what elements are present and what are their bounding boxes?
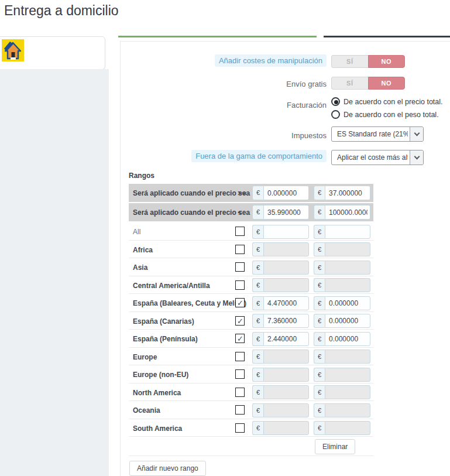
free-shipping-label: Envío gratis	[286, 80, 327, 88]
free-shipping-yes-button[interactable]: SÍ	[331, 77, 368, 90]
carrier-summary-card	[0, 36, 105, 70]
zone-price-1-input[interactable]	[263, 261, 309, 275]
handling-costs-no-button[interactable]: NO	[368, 55, 406, 68]
zone-row: España (Canarias) € €	[129, 312, 373, 330]
out-of-range-select-value: Aplicar el coste más alto de	[337, 150, 408, 165]
delete-range-row: Eliminar	[129, 437, 373, 456]
zone-price-2-input[interactable]	[325, 421, 370, 435]
zone-price-2-input[interactable]	[325, 385, 370, 399]
zone-row: España (Península) € €	[129, 330, 373, 348]
zone-price-2-input[interactable]	[325, 403, 370, 417]
zone-price-1-input[interactable]	[263, 278, 309, 292]
ranges-section: Rangos Será aplicado cuando el precio se…	[129, 172, 373, 476]
zone-price-1-input[interactable]	[263, 332, 309, 346]
billing-label-wrap: Facturación	[121, 100, 327, 110]
zone-price-2-input[interactable]	[325, 278, 370, 292]
zone-checkbox[interactable]	[235, 298, 245, 307]
currency-addon: €	[314, 368, 325, 382]
zone-name: España (Baleares, Ceuta y Melilla)	[133, 299, 246, 307]
tax-select-value: ES Standard rate (21%)	[337, 127, 408, 141]
progress-bar-inactive	[324, 36, 450, 37]
zone-row: España (Baleares, Ceuta y Melilla) € €	[129, 294, 373, 312]
page-title: Entrega a domicilio	[4, 3, 119, 19]
add-range-button[interactable]: Añadir nuevo rango	[129, 461, 206, 476]
zone-checkbox[interactable]	[235, 334, 245, 343]
zone-price-1-input[interactable]	[263, 296, 309, 310]
handling-costs-label: Añadir costes de manipulación	[215, 54, 327, 67]
zone-price-1-input[interactable]	[263, 314, 309, 328]
handling-costs-yes-button[interactable]: SÍ	[331, 55, 368, 68]
billing-option-weight-label: De acuerdo con el peso total.	[343, 111, 439, 119]
zone-price-1-input[interactable]	[263, 385, 309, 399]
currency-addon: €	[314, 278, 325, 292]
billing-option-weight[interactable]: De acuerdo con el peso total.	[331, 110, 439, 119]
zone-checkbox[interactable]	[235, 423, 245, 433]
zone-name: All	[133, 228, 140, 236]
zone-price-2-input[interactable]	[325, 261, 370, 275]
zone-name: Europe	[133, 353, 157, 361]
tax-select[interactable]: ES Standard rate (21%)	[331, 126, 424, 142]
currency-addon: €	[252, 296, 263, 310]
billing-radio[interactable]	[331, 97, 340, 106]
currency-addon: €	[252, 332, 263, 346]
zone-price-1-input[interactable]	[263, 242, 309, 256]
zone-name: Central America/Antilla	[133, 282, 210, 290]
zone-name: Asia	[133, 263, 147, 272]
currency-addon: €	[314, 242, 325, 256]
delete-range-button[interactable]: Eliminar	[315, 439, 355, 454]
zone-checkbox[interactable]	[235, 352, 245, 361]
zone-checkbox[interactable]	[235, 280, 245, 290]
zone-name: South America	[133, 424, 182, 433]
currency-addon: €	[252, 186, 263, 200]
zone-price-2-input[interactable]	[325, 368, 370, 382]
handling-costs-toggle: SÍ NO	[331, 55, 405, 68]
zone-price-2-input[interactable]	[325, 350, 370, 364]
currency-addon: €	[314, 350, 325, 364]
currency-addon: €	[314, 403, 325, 417]
tax-label-wrap: Impuestos	[121, 130, 327, 141]
currency-addon: €	[314, 385, 325, 399]
currency-addon: €	[314, 314, 325, 328]
billing-radio[interactable]	[331, 110, 340, 119]
range-operator: >=	[238, 189, 246, 197]
zone-row: All € €	[129, 222, 373, 241]
free-shipping-no-button[interactable]: NO	[368, 77, 406, 90]
out-of-range-select[interactable]: Aplicar el coste más alto de	[331, 150, 424, 165]
currency-addon: €	[252, 261, 263, 275]
currency-addon: €	[314, 296, 325, 310]
zone-price-1-input[interactable]	[263, 403, 309, 417]
zone-price-2-input[interactable]	[325, 296, 370, 310]
currency-addon: €	[252, 205, 263, 220]
zone-checkbox[interactable]	[235, 262, 245, 272]
zone-price-2-input[interactable]	[325, 225, 370, 239]
range-from-input-1[interactable]	[263, 186, 309, 200]
zone-price-1-input[interactable]	[263, 368, 309, 382]
zone-name: España (Península)	[133, 335, 198, 343]
zone-price-1-input[interactable]	[263, 421, 309, 435]
zone-checkbox[interactable]	[235, 227, 245, 236]
zone-price-2-input[interactable]	[325, 332, 370, 346]
chevron-down-icon	[410, 127, 423, 141]
range-to-input-2[interactable]	[325, 205, 370, 220]
zone-name: Europe (non-EU)	[133, 371, 188, 379]
billing-option-price[interactable]: De acuerdo con el precio total.	[331, 97, 443, 106]
zone-price-1-input[interactable]	[263, 350, 309, 364]
currency-addon: €	[252, 242, 263, 256]
sidebar-background	[0, 69, 109, 476]
zone-checkbox[interactable]	[235, 316, 245, 326]
zone-checkbox[interactable]	[235, 388, 245, 397]
zone-checkbox[interactable]	[235, 369, 245, 379]
range-from-input-2[interactable]	[325, 186, 370, 200]
zone-row: Africa € €	[129, 241, 373, 259]
range-to-input-1[interactable]	[263, 205, 309, 220]
zone-rows: All € € Africa € € Asia € €	[129, 222, 373, 437]
zone-price-2-input[interactable]	[325, 242, 370, 256]
ranges-table: Será aplicado cuando el precio sea >= € …	[129, 184, 373, 456]
zone-checkbox[interactable]	[235, 245, 245, 254]
zone-price-1-input[interactable]	[263, 225, 309, 239]
zone-checkbox[interactable]	[235, 405, 245, 415]
range-header-row-to: Será aplicado cuando el precio sea < € €	[129, 203, 373, 221]
zone-price-2-input[interactable]	[325, 314, 370, 328]
tax-label: Impuestos	[291, 131, 327, 140]
range-condition-label: Será aplicado cuando el precio sea	[133, 208, 250, 217]
